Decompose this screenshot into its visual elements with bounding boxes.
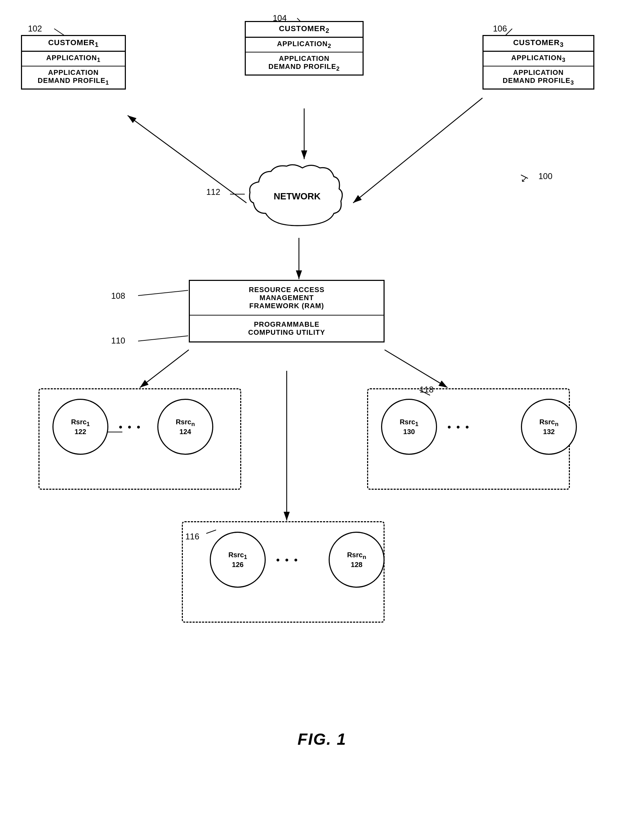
- svg-line-15: [353, 98, 483, 203]
- customer2-profile: APPLICATIONDEMAND PROFILE2: [246, 52, 363, 74]
- customer2-box: CUSTOMER2 APPLICATION2 APPLICATIONDEMAND…: [245, 21, 363, 75]
- svg-line-7: [138, 336, 188, 341]
- svg-line-14: [127, 115, 247, 203]
- rsrc-130: Rsrc1 130: [381, 399, 437, 455]
- customer1-box: CUSTOMER1 APPLICATION1 APPLICATIONDEMAND…: [21, 35, 126, 89]
- rsrc-132: Rsrcn 132: [521, 399, 577, 455]
- rsrc-128: Rsrcn 128: [329, 532, 385, 588]
- network-cloud: NETWORK: [245, 161, 350, 238]
- figure-caption: FIG. 1: [0, 730, 644, 749]
- svg-line-3: [54, 29, 65, 36]
- svg-line-17: [140, 350, 189, 387]
- ref-112: 112: [206, 187, 220, 197]
- diagram: 100 ↙ 102 104 106 CUSTOMER1 APPLICATION1…: [0, 0, 644, 770]
- arrows-overlay: [0, 0, 644, 770]
- ref-110: 110: [111, 336, 125, 346]
- dots-left: • • •: [119, 421, 142, 433]
- svg-line-6: [138, 291, 188, 295]
- svg-line-19: [385, 350, 448, 387]
- rsrc-126: Rsrc1 126: [210, 532, 266, 588]
- rsrc-124: Rsrcn 124: [157, 399, 213, 455]
- ref-100: 100: [538, 171, 552, 181]
- customer1-profile: APPLICATIONDEMAND PROFILE1: [22, 66, 125, 89]
- ref-102: 102: [28, 24, 42, 34]
- customer3-profile: APPLICATIONDEMAND PROFILE3: [483, 66, 593, 89]
- dots-bottom: • • •: [276, 555, 299, 566]
- customer3-header: CUSTOMER3: [483, 36, 593, 52]
- customer1-header: CUSTOMER1: [22, 36, 125, 52]
- dots-right: • • •: [448, 421, 470, 433]
- ref-108: 108: [111, 291, 125, 301]
- pcu-label: PROGRAMMABLECOMPUTING UTILITY: [190, 315, 383, 341]
- ram-pcu-box: RESOURCE ACCESSMANAGEMENTFRAMEWORK (RAM)…: [189, 280, 385, 343]
- rsrc-122: Rsrc1 122: [52, 399, 108, 455]
- svg-text:NETWORK: NETWORK: [274, 191, 321, 201]
- ram-label: RESOURCE ACCESSMANAGEMENTFRAMEWORK (RAM): [190, 281, 383, 315]
- customer3-app: APPLICATION3: [483, 52, 593, 66]
- customer2-app: APPLICATION2: [246, 38, 363, 52]
- customer1-app: APPLICATION1: [22, 52, 125, 66]
- customer3-box: CUSTOMER3 APPLICATION3 APPLICATIONDEMAND…: [483, 35, 594, 89]
- customer2-header: CUSTOMER2: [246, 22, 363, 38]
- ref-106: 106: [493, 24, 507, 34]
